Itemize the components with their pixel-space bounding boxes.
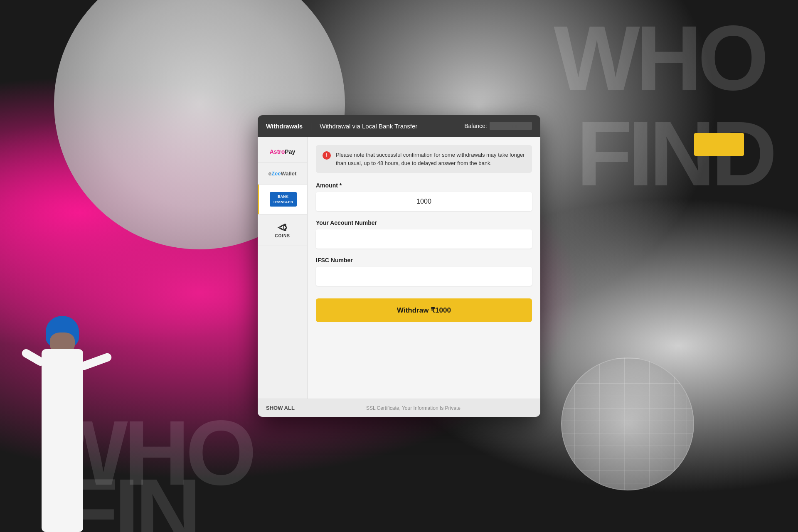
circle-decoration-small (561, 357, 694, 490)
sidebar-item-bank-transfer[interactable]: BANKTRANSFER (258, 185, 307, 214)
modal-title: Withdrawal via Local Bank Transfer (320, 123, 464, 130)
modal-form-content: ! Please note that successful confirmati… (308, 137, 540, 399)
withdraw-button[interactable]: Withdraw ₹1000 (316, 298, 532, 322)
amount-group: Amount * (316, 182, 532, 211)
show-all-button[interactable]: SHOW ALL (266, 405, 295, 411)
modal-body: AstroPay eZeeWallet BANKTRANSFER ⏿ COINS (258, 137, 540, 399)
balance-value: ■■■■■ (490, 122, 532, 130)
tab-withdrawals[interactable]: Withdrawals (266, 123, 311, 130)
account-number-label: Your Account Number (316, 219, 532, 226)
balance-label: Balance: (464, 123, 487, 129)
ssl-certificate-text: SSL Certificate, Your Information Is Pri… (295, 405, 532, 411)
bg-text-who: WHO (554, 12, 765, 104)
notice-box: ! Please note that successful confirmati… (316, 145, 532, 173)
sidebar-item-astropay[interactable]: AstroPay (258, 141, 307, 163)
account-number-group: Your Account Number (316, 219, 532, 249)
payment-method-sidebar: AstroPay eZeeWallet BANKTRANSFER ⏿ COINS (258, 137, 308, 399)
modal-footer: SHOW ALL SSL Certificate, Your Informati… (258, 399, 540, 417)
withdrawal-modal: Withdrawals Withdrawal via Local Bank Tr… (258, 115, 540, 417)
astropay-logo: AstroPay (270, 148, 295, 155)
notice-text: Please note that successful confirmation… (336, 151, 525, 167)
yellow-bar-decoration (694, 133, 744, 156)
sidebar-item-ezeewallet[interactable]: eZeeWallet (258, 163, 307, 185)
coins-logo: ⏿ COINS (275, 222, 290, 238)
ifsc-number-group: IFSC Number (316, 257, 532, 286)
notice-icon: ! (323, 151, 331, 160)
cricket-player-decoration (0, 283, 208, 532)
amount-input[interactable] (316, 192, 532, 211)
bank-transfer-logo: BANKTRANSFER (270, 192, 297, 207)
ifsc-number-label: IFSC Number (316, 257, 532, 264)
ifsc-number-input[interactable] (316, 267, 532, 286)
amount-label: Amount * (316, 182, 532, 189)
modal-header: Withdrawals Withdrawal via Local Bank Tr… (258, 115, 540, 137)
ezeewallet-logo: eZeeWallet (268, 170, 296, 177)
sidebar-item-coins[interactable]: ⏿ COINS (258, 214, 307, 246)
account-number-input[interactable] (316, 229, 532, 249)
